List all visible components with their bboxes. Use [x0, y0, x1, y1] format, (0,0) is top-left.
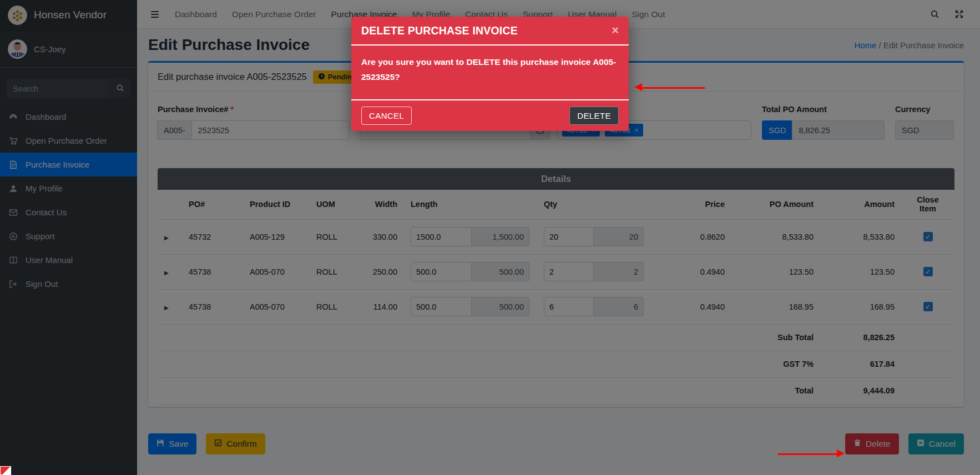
screen-corner-artifact — [0, 466, 11, 475]
close-icon[interactable]: × — [612, 24, 619, 37]
annotation-arrow-to-delete — [778, 450, 845, 458]
modal-cancel-button[interactable]: CANCEL — [361, 107, 412, 125]
modal-title: DELETE PURCHASE INVOICE — [361, 24, 518, 37]
annotation-arrow-to-modal — [634, 84, 705, 92]
modal-delete-button[interactable]: DELETE — [569, 107, 619, 125]
modal-message: Are you sure you want to DELETE this pur… — [351, 46, 629, 99]
delete-confirmation-modal: DELETE PURCHASE INVOICE × Are you sure y… — [351, 17, 629, 131]
